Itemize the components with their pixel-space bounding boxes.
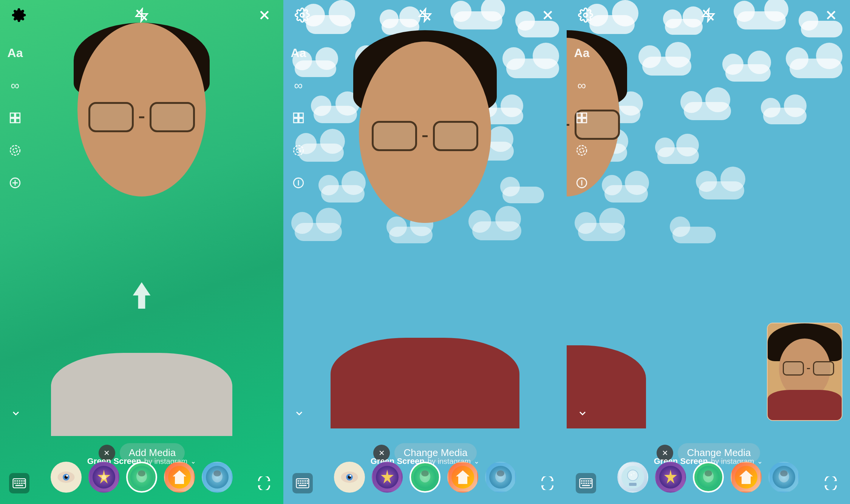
svg-rect-225 <box>588 483 590 484</box>
svg-rect-5 <box>10 113 14 117</box>
sidebar-layout-1[interactable] <box>8 110 23 125</box>
sidebar-infinity-1[interactable]: ∞ <box>8 78 23 93</box>
glass-left-2 <box>372 121 417 151</box>
sidebar-target-1[interactable] <box>8 143 23 158</box>
svg-rect-196 <box>582 118 586 122</box>
svg-rect-217 <box>581 481 583 482</box>
glass-right-1 <box>150 102 195 132</box>
sidebar-sticker-2[interactable] <box>291 175 306 190</box>
svg-rect-38 <box>19 483 21 484</box>
svg-rect-36 <box>14 483 16 484</box>
top-bar-3 <box>567 0 850 30</box>
svg-point-188 <box>584 13 587 17</box>
svg-point-100 <box>300 13 304 17</box>
svg-rect-6 <box>15 113 20 117</box>
flash-icon-3[interactable] <box>701 8 716 23</box>
svg-rect-135 <box>302 483 304 484</box>
svg-rect-41 <box>15 485 23 486</box>
sidebar-sticker-1[interactable] <box>8 175 23 190</box>
phone-panel-1: Aa ∞ ✕ Add Media Green Screen by instagr… <box>0 0 283 504</box>
phone-panel-3: Aa ∞ ✕ Change Media Green Screen by inst… <box>567 0 850 504</box>
flash-icon-1[interactable] <box>134 8 149 23</box>
shirt-1 <box>51 353 232 436</box>
bottom-actions-3 <box>567 462 850 504</box>
svg-rect-34 <box>21 481 23 482</box>
gear-icon-2[interactable] <box>295 8 310 23</box>
gear-icon-1[interactable] <box>11 8 26 23</box>
left-sidebar-2: Aa ∞ <box>291 34 306 425</box>
gear-icon-3[interactable] <box>578 8 593 23</box>
svg-rect-31 <box>14 481 16 482</box>
flash-icon-2[interactable] <box>417 8 433 23</box>
flip-camera-icon-2[interactable] <box>537 473 558 493</box>
sidebar-infinity-3[interactable]: ∞ <box>574 78 589 93</box>
thumbnail-3 <box>767 323 842 421</box>
sidebar-target-2[interactable] <box>291 143 306 158</box>
close-icon-1[interactable] <box>257 8 272 23</box>
flip-camera-icon-1[interactable] <box>254 473 274 493</box>
chevron-down-1[interactable] <box>11 408 21 421</box>
svg-rect-105 <box>294 113 298 117</box>
svg-rect-33 <box>19 481 21 482</box>
svg-rect-222 <box>581 483 583 484</box>
svg-rect-219 <box>586 481 587 482</box>
svg-rect-8 <box>15 118 20 122</box>
sidebar-text-icon-2[interactable]: Aa <box>291 45 306 60</box>
svg-rect-40 <box>23 483 25 484</box>
left-sidebar-3: Aa ∞ <box>574 34 589 425</box>
svg-point-110 <box>296 148 300 152</box>
thumb-glass-r-3 <box>813 361 834 376</box>
svg-rect-221 <box>590 481 592 482</box>
svg-rect-106 <box>299 113 303 117</box>
svg-rect-136 <box>304 483 306 484</box>
sidebar-layout-2[interactable] <box>291 110 306 125</box>
phone-panel-2: Aa ∞ ✕ Change Media Green Screen by inst… <box>283 0 567 504</box>
sidebar-infinity-2[interactable]: ∞ <box>291 78 306 93</box>
svg-rect-128 <box>298 481 300 482</box>
keyboard-icon-1[interactable] <box>9 473 29 493</box>
shirt-2 <box>331 338 519 428</box>
svg-rect-39 <box>21 483 23 484</box>
svg-rect-7 <box>10 118 14 122</box>
top-bar-2 <box>283 0 567 30</box>
svg-marker-14 <box>133 282 151 309</box>
thumb-glasses-3 <box>783 361 834 376</box>
keyboard-icon-2[interactable] <box>292 473 313 493</box>
glass-bridge-3 <box>567 124 569 126</box>
close-icon-3[interactable] <box>824 8 839 23</box>
svg-rect-32 <box>17 481 19 482</box>
chevron-down-2[interactable] <box>294 408 304 421</box>
svg-rect-227 <box>582 485 590 486</box>
svg-rect-131 <box>304 481 306 482</box>
glasses-2 <box>372 121 478 151</box>
down-arrow-1 <box>132 282 151 314</box>
svg-rect-132 <box>307 481 309 482</box>
flip-camera-icon-3[interactable] <box>821 473 841 493</box>
bottom-actions-2 <box>283 462 567 504</box>
svg-rect-226 <box>590 483 592 484</box>
person-area-2 <box>312 30 538 428</box>
sidebar-text-icon-3[interactable]: Aa <box>574 45 589 60</box>
glass-bridge-2 <box>422 135 428 137</box>
sidebar-sticker-3[interactable] <box>574 175 589 190</box>
svg-point-9 <box>10 145 20 155</box>
svg-rect-134 <box>300 483 302 484</box>
glass-bridge-1 <box>139 116 144 118</box>
sidebar-target-3[interactable] <box>574 143 589 158</box>
svg-rect-107 <box>294 118 298 122</box>
glasses-1 <box>88 102 195 132</box>
chevron-down-3[interactable] <box>577 408 588 421</box>
svg-rect-193 <box>577 113 581 117</box>
svg-rect-37 <box>17 483 19 484</box>
person-area-1 <box>32 23 251 436</box>
close-icon-2[interactable] <box>540 8 555 23</box>
sidebar-layout-3[interactable] <box>574 110 589 125</box>
keyboard-icon-3[interactable] <box>576 473 596 493</box>
svg-rect-195 <box>577 118 581 122</box>
sidebar-text-icon-1[interactable]: Aa <box>8 45 23 60</box>
left-sidebar-1: Aa ∞ <box>8 34 23 425</box>
svg-rect-224 <box>586 483 587 484</box>
svg-rect-129 <box>300 481 302 482</box>
thumb-glass-l-3 <box>783 361 804 376</box>
svg-point-197 <box>577 145 587 155</box>
